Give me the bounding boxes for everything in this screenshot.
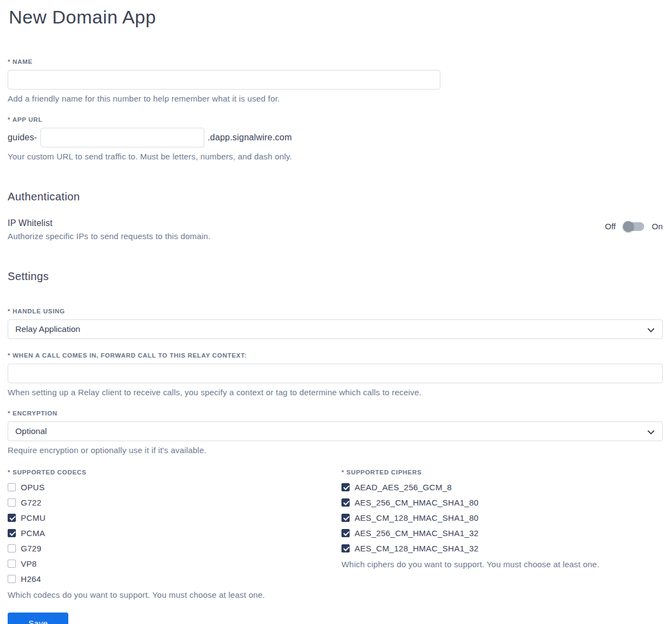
name-label: * NAME bbox=[8, 58, 663, 65]
handle-using-value: Relay Application bbox=[15, 324, 80, 334]
relay-context-helper: When setting up a Relay client to receiv… bbox=[8, 388, 663, 397]
checkbox-label: PCMU bbox=[21, 513, 45, 522]
checkbox-label: AES_CM_128_HMAC_SHA1_32 bbox=[355, 544, 479, 553]
ip-whitelist-helper: Authorize specific IPs to send requests … bbox=[8, 231, 210, 241]
toggle-knob-icon bbox=[623, 221, 634, 232]
checkbox-label: PCMA bbox=[21, 528, 45, 538]
checkbox[interactable] bbox=[8, 498, 16, 507]
supported-ciphers-label: * SUPPORTED CIPHERS bbox=[341, 469, 663, 476]
save-button[interactable]: Save bbox=[8, 613, 68, 624]
settings-section: Settings * HANDLE USING Relay Applicatio… bbox=[8, 270, 663, 624]
ip-whitelist-toggle-group: Off On bbox=[605, 222, 663, 231]
handle-using-label: * HANDLE USING bbox=[8, 308, 663, 314]
encryption-group: * ENCRYPTION Optional Require encryption… bbox=[8, 410, 663, 455]
codec-option[interactable]: G729 bbox=[8, 544, 341, 553]
name-input[interactable] bbox=[8, 70, 440, 90]
codecs-helper: Which codecs do you want to support. You… bbox=[8, 590, 341, 599]
ip-whitelist-row: IP Whitelist Authorize specific IPs to s… bbox=[8, 218, 663, 241]
cipher-list: AEAD_AES_256_GCM_8 AES_256_CM_HMAC_SHA1_… bbox=[341, 483, 663, 553]
supported-ciphers-group: * SUPPORTED CIPHERS AEAD_AES_256_GCM_8 A… bbox=[341, 469, 663, 599]
checkbox-label: H264 bbox=[21, 574, 41, 584]
relay-context-group: * WHEN A CALL COMES IN, FORWARD CALL TO … bbox=[8, 352, 663, 397]
checkbox[interactable] bbox=[341, 483, 350, 491]
codec-option[interactable]: PCMA bbox=[8, 528, 341, 538]
checkbox[interactable] bbox=[8, 544, 16, 552]
chevron-down-icon bbox=[647, 427, 655, 435]
codec-option[interactable]: VP8 bbox=[8, 559, 341, 568]
checkbox-label: AEAD_AES_256_GCM_8 bbox=[355, 483, 452, 492]
encryption-value: Optional bbox=[15, 426, 47, 436]
relay-context-label: * WHEN A CALL COMES IN, FORWARD CALL TO … bbox=[8, 352, 663, 359]
checkbox[interactable] bbox=[341, 544, 350, 552]
handle-using-select[interactable]: Relay Application bbox=[8, 319, 663, 339]
new-domain-app-page: New Domain App * NAME Add a friendly nam… bbox=[0, 0, 672, 624]
encryption-label: * ENCRYPTION bbox=[8, 410, 663, 417]
encryption-helper: Require encryption or optionally use it … bbox=[8, 445, 663, 455]
codec-option[interactable]: OPUS bbox=[8, 483, 341, 492]
ip-whitelist-toggle[interactable] bbox=[623, 222, 644, 231]
checkbox-label: G722 bbox=[21, 498, 42, 507]
checkbox-label: G729 bbox=[21, 544, 42, 553]
relay-context-input[interactable] bbox=[8, 364, 663, 383]
checkbox[interactable] bbox=[341, 529, 350, 537]
page-title: New Domain App bbox=[8, 7, 663, 28]
settings-heading: Settings bbox=[8, 270, 663, 283]
ip-whitelist-label: IP Whitelist bbox=[8, 218, 210, 228]
app-url-row: guides- .dapp.signalwire.com bbox=[8, 128, 663, 147]
chevron-down-icon bbox=[647, 325, 655, 332]
codec-option[interactable]: H264 bbox=[8, 574, 341, 584]
checkbox-label: AES_256_CM_HMAC_SHA1_32 bbox=[355, 528, 479, 538]
app-url-helper: Your custom URL to send traffic to. Must… bbox=[8, 152, 663, 161]
app-url-label: * APP URL bbox=[8, 116, 663, 123]
checkbox-label: VP8 bbox=[21, 559, 37, 568]
checkbox[interactable] bbox=[8, 529, 16, 537]
checkbox[interactable] bbox=[341, 514, 350, 522]
ip-whitelist-text: IP Whitelist Authorize specific IPs to s… bbox=[8, 218, 210, 241]
cipher-option[interactable]: AES_CM_128_HMAC_SHA1_80 bbox=[341, 513, 663, 522]
supported-codecs-label: * SUPPORTED CODECS bbox=[8, 469, 341, 476]
ciphers-helper: Which ciphers do you want to support. Yo… bbox=[341, 560, 663, 569]
authentication-section: Authentication IP Whitelist Authorize sp… bbox=[8, 191, 663, 241]
codec-list: OPUS G722 PCMU bbox=[8, 483, 341, 584]
app-url-suffix: .dapp.signalwire.com bbox=[208, 133, 292, 142]
codec-option[interactable]: G722 bbox=[8, 498, 341, 507]
supported-codecs-group: * SUPPORTED CODECS OPUS G722 bbox=[8, 469, 341, 599]
name-helper: Add a friendly name for this number to h… bbox=[8, 94, 663, 103]
name-field-group: * NAME Add a friendly name for this numb… bbox=[8, 58, 663, 103]
encryption-select[interactable]: Optional bbox=[8, 421, 663, 441]
checkbox[interactable] bbox=[8, 514, 16, 522]
cipher-option[interactable]: AES_CM_128_HMAC_SHA1_32 bbox=[341, 544, 663, 553]
cipher-option[interactable]: AEAD_AES_256_GCM_8 bbox=[341, 483, 663, 492]
checkbox-label: AES_256_CM_HMAC_SHA1_80 bbox=[355, 498, 479, 507]
cipher-option[interactable]: AES_256_CM_HMAC_SHA1_80 bbox=[341, 498, 663, 507]
toggle-on-label: On bbox=[652, 222, 663, 231]
cipher-option[interactable]: AES_256_CM_HMAC_SHA1_32 bbox=[341, 528, 663, 538]
checkbox[interactable] bbox=[8, 560, 16, 568]
checkbox[interactable] bbox=[8, 483, 16, 491]
authentication-heading: Authentication bbox=[8, 191, 663, 203]
app-url-prefix: guides- bbox=[8, 133, 37, 142]
codec-option[interactable]: PCMU bbox=[8, 513, 341, 522]
handle-using-group: * HANDLE USING Relay Application bbox=[8, 308, 663, 339]
checkbox[interactable] bbox=[341, 498, 350, 507]
checkbox-label: OPUS bbox=[21, 483, 45, 492]
codec-cipher-columns: * SUPPORTED CODECS OPUS G722 bbox=[8, 469, 663, 599]
app-url-input[interactable] bbox=[40, 128, 204, 147]
app-url-field-group: * APP URL guides- .dapp.signalwire.com Y… bbox=[8, 116, 663, 161]
checkbox[interactable] bbox=[8, 575, 16, 583]
checkbox-label: AES_CM_128_HMAC_SHA1_80 bbox=[355, 513, 479, 522]
toggle-off-label: Off bbox=[605, 222, 616, 231]
